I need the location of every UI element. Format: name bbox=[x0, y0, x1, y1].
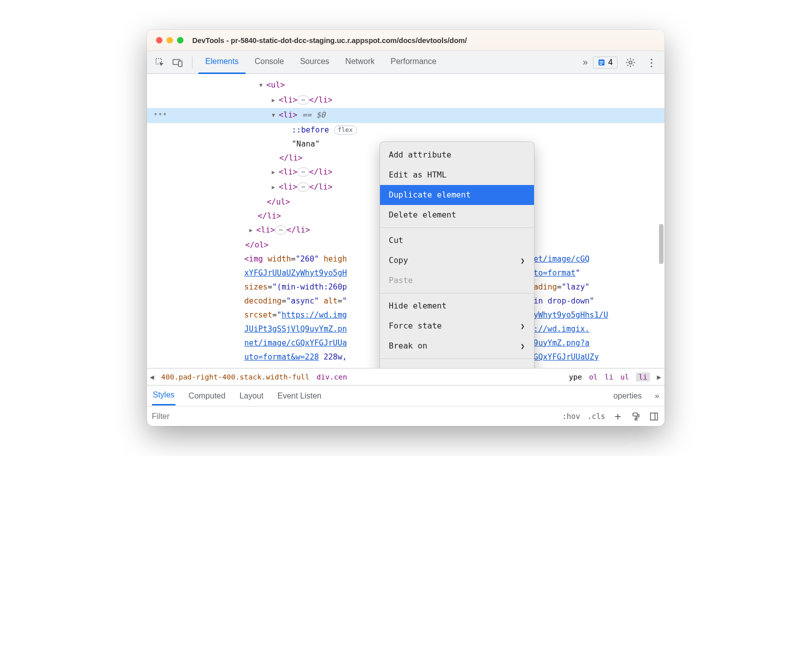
scrollbar[interactable] bbox=[659, 224, 664, 264]
styles-tabs: Styles Computed Layout Event Listen oper… bbox=[147, 385, 664, 406]
menu-item[interactable]: Expand recursively bbox=[380, 362, 534, 368]
settings-icon[interactable] bbox=[622, 54, 638, 70]
devtools-window: DevTools - pr-5840-static-dot-dcc-stagin… bbox=[147, 30, 664, 426]
menu-item[interactable]: Force state❯ bbox=[380, 316, 534, 336]
ellipsis-badge[interactable]: ⋯ bbox=[298, 96, 310, 104]
context-menu[interactable]: Add attributeEdit as HTMLDuplicate eleme… bbox=[380, 142, 534, 368]
submenu-arrow-icon: ❯ bbox=[520, 319, 524, 333]
menu-item[interactable]: Cut bbox=[380, 230, 534, 250]
selected-node[interactable]: ▼<li> == $0 bbox=[147, 108, 664, 123]
filter-input[interactable] bbox=[152, 412, 562, 421]
svg-rect-10 bbox=[650, 413, 658, 420]
inspect-icon[interactable] bbox=[152, 54, 168, 70]
tag-ul-open: <ul> bbox=[266, 80, 285, 90]
menu-item[interactable]: Edit as HTML bbox=[380, 165, 534, 185]
pseudo-before: ::before bbox=[292, 126, 330, 134]
menu-separator bbox=[380, 293, 534, 294]
breadcrumb[interactable]: ◀ 400.pad-right-400.stack.width-full div… bbox=[147, 368, 664, 385]
menu-item: Paste bbox=[380, 270, 534, 290]
menu-item[interactable]: Break on❯ bbox=[380, 336, 534, 356]
menu-item[interactable]: Hide element bbox=[380, 296, 534, 316]
tab-performance[interactable]: Performance bbox=[384, 51, 444, 74]
flex-badge[interactable]: flex bbox=[334, 126, 357, 134]
svg-rect-8 bbox=[633, 413, 638, 416]
submenu-arrow-icon: ❯ bbox=[520, 339, 524, 353]
tab-properties[interactable]: operties bbox=[612, 387, 643, 405]
cls-toggle[interactable]: .cls bbox=[587, 412, 605, 421]
window-controls bbox=[156, 37, 184, 44]
tab-elements[interactable]: Elements bbox=[198, 51, 246, 74]
kebab-menu-icon[interactable]: ⋮ bbox=[644, 54, 660, 70]
maximize-icon[interactable] bbox=[177, 37, 184, 44]
issues-badge[interactable]: 4 bbox=[593, 56, 618, 68]
paint-icon[interactable] bbox=[630, 411, 642, 422]
svg-point-7 bbox=[629, 61, 632, 64]
svg-rect-6 bbox=[600, 64, 602, 65]
styles-filter-bar: :hov .cls + bbox=[147, 406, 664, 426]
menu-item[interactable]: Copy❯ bbox=[380, 250, 534, 270]
main-toolbar: Elements Console Sources Network Perform… bbox=[147, 51, 664, 74]
menu-separator bbox=[380, 358, 534, 359]
svg-rect-9 bbox=[635, 418, 637, 420]
svg-rect-5 bbox=[600, 62, 604, 64]
device-toggle-icon[interactable] bbox=[170, 54, 186, 70]
minimize-icon[interactable] bbox=[166, 37, 173, 44]
breadcrumb-scroll-right-icon[interactable]: ▶ bbox=[657, 373, 662, 381]
hov-toggle[interactable]: :hov bbox=[562, 412, 580, 421]
close-icon[interactable] bbox=[156, 37, 162, 44]
tab-styles[interactable]: Styles bbox=[152, 386, 176, 406]
computed-panel-icon[interactable] bbox=[648, 411, 660, 422]
breadcrumb-scroll-left-icon[interactable]: ◀ bbox=[150, 373, 154, 381]
tab-event-listeners[interactable]: Event Listen bbox=[276, 387, 322, 405]
text-node: "Nana" bbox=[292, 140, 320, 148]
svg-rect-4 bbox=[600, 61, 604, 62]
submenu-arrow-icon: ❯ bbox=[520, 254, 524, 268]
menu-item[interactable]: Delete element bbox=[380, 205, 534, 225]
tag-li: <li> bbox=[279, 96, 298, 104]
tab-sources[interactable]: Sources bbox=[293, 51, 336, 74]
new-style-rule-icon[interactable]: + bbox=[612, 411, 624, 422]
menu-item[interactable]: Duplicate element bbox=[380, 185, 534, 205]
more-tabs-icon[interactable]: » bbox=[583, 57, 588, 68]
menu-separator bbox=[380, 228, 534, 228]
menu-item[interactable]: Add attribute bbox=[380, 145, 534, 165]
gutter-menu-icon[interactable]: ••• bbox=[154, 108, 168, 122]
window-title: DevTools - pr-5840-static-dot-dcc-stagin… bbox=[192, 36, 467, 44]
svg-rect-2 bbox=[178, 61, 182, 66]
separator bbox=[192, 56, 192, 68]
tab-console[interactable]: Console bbox=[248, 51, 291, 74]
elements-tree[interactable]: ••• ▼<ul> ▶<li>⋯</li> ▼<li> == $0 ::befo… bbox=[147, 74, 664, 368]
tab-computed[interactable]: Computed bbox=[188, 387, 226, 405]
title-bar: DevTools - pr-5840-static-dot-dcc-stagin… bbox=[147, 30, 664, 51]
more-styles-tabs-icon[interactable]: » bbox=[655, 392, 660, 400]
tab-layout[interactable]: Layout bbox=[238, 387, 264, 405]
issues-count: 4 bbox=[608, 58, 613, 67]
tab-network[interactable]: Network bbox=[338, 51, 382, 74]
